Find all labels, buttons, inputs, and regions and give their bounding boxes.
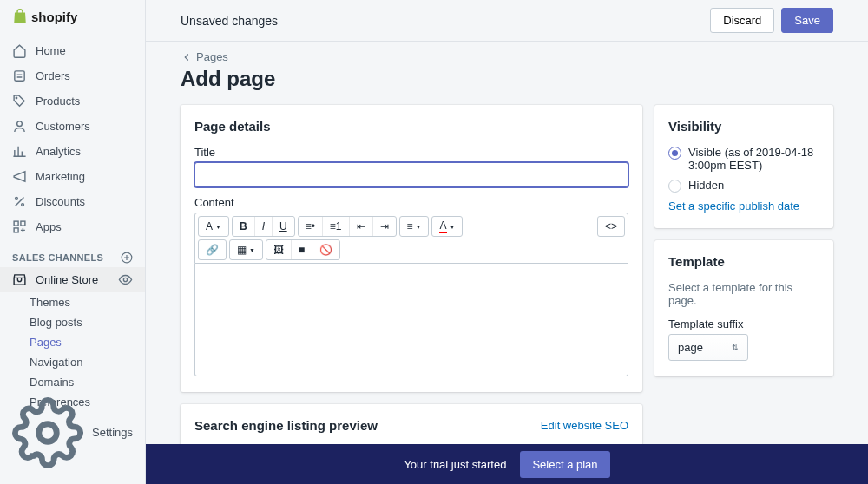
visibility-visible-option[interactable]: Visible (as of 2019-04-18 3:00pm EEST) (668, 146, 819, 172)
visibility-card: Visibility Visible (as of 2019-04-18 3:0… (654, 105, 833, 228)
select-caret-icon: ⇅ (732, 343, 739, 352)
content-label: Content (194, 196, 628, 209)
trial-bar: Your trial just started Select a plan (146, 444, 868, 484)
nav-analytics[interactable]: Analytics (0, 139, 145, 164)
megaphone-icon (12, 169, 27, 184)
underline-button[interactable]: U (272, 217, 294, 236)
discard-button[interactable]: Discard (710, 8, 774, 33)
nav-orders[interactable]: Orders (0, 63, 145, 88)
svg-rect-6 (21, 221, 25, 226)
table-dropdown[interactable]: ▦▼ (230, 240, 262, 259)
subnav-pages[interactable]: Pages (30, 332, 145, 352)
set-publish-date-link[interactable]: Set a specific publish date (668, 199, 799, 213)
title-input[interactable] (194, 162, 628, 187)
align-dropdown[interactable]: ≡▼ (400, 217, 429, 236)
font-family-dropdown[interactable]: A▼ (199, 217, 228, 236)
subnav-domains[interactable]: Domains (30, 372, 145, 392)
numbered-list-button[interactable]: ≡1 (322, 217, 349, 236)
nav-marketing[interactable]: Marketing (0, 164, 145, 189)
nav-products[interactable]: Products (0, 88, 145, 114)
svg-rect-5 (14, 221, 18, 226)
gear-icon (12, 397, 83, 468)
tag-icon (12, 94, 27, 108)
brand-logo[interactable]: shopify (0, 0, 145, 33)
text-color-dropdown[interactable]: A▼ (432, 217, 462, 236)
nav-apps[interactable]: Apps (0, 214, 145, 239)
chevron-left-icon (181, 51, 193, 63)
page-title: Add page (181, 67, 833, 91)
svg-rect-7 (14, 228, 18, 232)
orders-icon (12, 69, 27, 83)
edit-seo-link[interactable]: Edit website SEO (541, 419, 628, 432)
html-view-button[interactable]: <> (598, 217, 624, 236)
subnav-themes[interactable]: Themes (30, 292, 145, 312)
card-title: Template (668, 254, 819, 269)
main-content: Unsaved changes Discard Save Pages Add p… (146, 0, 868, 484)
topbar: Unsaved changes Discard Save (146, 0, 868, 42)
template-description: Select a template for this page. (668, 281, 819, 307)
home-icon (12, 43, 27, 58)
subnav-navigation[interactable]: Navigation (30, 352, 145, 372)
content-area: Pages Add page Page details Title Conten… (146, 42, 868, 484)
trial-text: Your trial just started (404, 458, 506, 471)
clear-formatting-button[interactable]: 🚫 (312, 240, 339, 259)
nav-settings[interactable]: Settings (0, 390, 145, 475)
person-icon (12, 119, 27, 134)
radio-visible[interactable] (668, 147, 681, 160)
template-suffix-label: Template suffix (668, 317, 819, 330)
brand-name: shopify (31, 10, 77, 24)
svg-point-3 (16, 198, 18, 200)
nav-home[interactable]: Home (0, 38, 145, 63)
template-suffix-select[interactable]: page ⇅ (668, 334, 748, 361)
breadcrumb[interactable]: Pages (181, 50, 833, 63)
sidebar: shopify Home Orders Products Customers A… (0, 0, 146, 484)
sales-channels-header: SALES CHANNELS (0, 245, 145, 267)
title-label: Title (194, 146, 628, 159)
shopify-bag-icon (12, 9, 28, 24)
store-icon (12, 272, 27, 287)
percent-icon (12, 194, 27, 209)
unsaved-changes-label: Unsaved changes (181, 14, 278, 28)
svg-point-9 (123, 278, 127, 281)
primary-nav: Home Orders Products Customers Analytics… (0, 33, 145, 245)
card-title: Page details (194, 119, 628, 134)
nav-discounts[interactable]: Discounts (0, 189, 145, 214)
subnav-blog[interactable]: Blog posts (30, 312, 145, 332)
image-button[interactable]: 🖼 (266, 240, 291, 259)
content-editor[interactable] (194, 264, 628, 376)
card-title: Visibility (668, 119, 819, 134)
add-channel-icon[interactable] (121, 252, 133, 264)
svg-point-1 (16, 97, 16, 98)
indent-button[interactable]: ⇥ (372, 217, 396, 236)
topbar-actions: Discard Save (710, 8, 833, 33)
eye-icon[interactable] (118, 272, 133, 287)
outdent-button[interactable]: ⇤ (349, 217, 372, 236)
radio-hidden[interactable] (668, 180, 681, 193)
svg-point-4 (22, 204, 24, 206)
nav-customers[interactable]: Customers (0, 114, 145, 139)
visibility-hidden-option[interactable]: Hidden (668, 179, 819, 193)
bulleted-list-button[interactable]: ≡• (299, 217, 322, 236)
video-button[interactable]: ■ (291, 240, 312, 259)
rich-text-toolbar: A▼ B I U ≡• ≡1 ⇤ ⇥ (194, 213, 628, 264)
link-button[interactable]: 🔗 (199, 240, 226, 259)
template-card: Template Select a template for this page… (654, 240, 833, 376)
svg-point-10 (39, 424, 57, 442)
select-plan-button[interactable]: Select a plan (520, 451, 609, 478)
analytics-icon (12, 144, 27, 159)
bold-button[interactable]: B (233, 217, 254, 236)
seo-card-title: Search engine listing preview (194, 418, 378, 433)
italic-button[interactable]: I (254, 217, 272, 236)
nav-online-store[interactable]: Online Store (0, 267, 145, 292)
svg-point-2 (17, 121, 23, 127)
save-button[interactable]: Save (781, 8, 833, 33)
page-details-card: Page details Title Content A▼ B I U (181, 105, 642, 392)
apps-icon (12, 219, 27, 234)
svg-rect-0 (15, 71, 24, 81)
